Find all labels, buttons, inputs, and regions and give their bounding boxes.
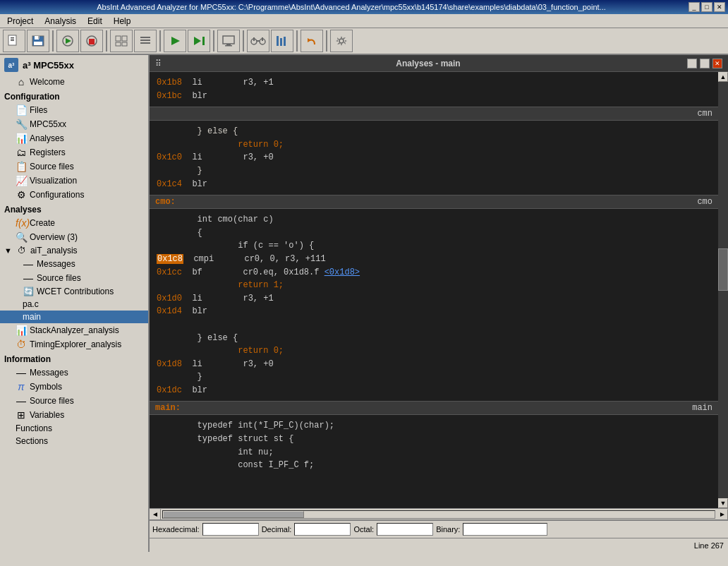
minimize-button[interactable]: _ — [688, 2, 700, 12]
toolbar-settings[interactable] — [330, 30, 353, 52]
code-cmo-body: int cmo(char c) { if (c == 'o') { 0x1c8 … — [150, 209, 718, 401]
variables-icon: ⊞ — [16, 409, 27, 421]
svg-rect-31 — [280, 38, 282, 46]
svg-rect-30 — [277, 36, 279, 46]
sidebar-timing-explorer[interactable]: ⏱ TimingExplorer_analysis — [0, 337, 148, 351]
section-header-cmo: cmo: cmo — [150, 195, 718, 209]
toolbar-undo[interactable] — [301, 30, 323, 52]
panel-minimize-btn[interactable]: _ — [687, 59, 697, 68]
sidebar-welcome[interactable]: ⌂ Welcome — [0, 75, 148, 89]
sidebar-functions[interactable]: Functions — [0, 422, 148, 435]
code-panel-body: 0x1b8 li r3, +1 0x1bc blr cmn } else { r… — [150, 72, 728, 508]
sidebar-variables[interactable]: ⊞ Variables — [0, 408, 148, 422]
sidebar-info-source-files[interactable]: — Source files — [0, 394, 148, 408]
sidebar-ait-pac[interactable]: pa.c — [0, 298, 148, 311]
decimal-field: Decimal: — [262, 523, 351, 536]
toolbar-screen[interactable] — [217, 30, 240, 52]
bin-input[interactable] — [463, 523, 547, 536]
toolbar-save[interactable] — [27, 30, 49, 52]
menu-bar: Project Analysis Edit Help — [0, 14, 728, 28]
sidebar-ait-source-files[interactable]: — Source files — [0, 271, 148, 285]
sidebar-ait-analysis[interactable]: ▼ ⏱ aiT_analysis — [0, 244, 148, 257]
sidebar-configurations[interactable]: ⚙ Configurations — [0, 188, 148, 202]
tree-expand-icon[interactable]: ▼ — [4, 246, 12, 255]
menu-analysis[interactable]: Analysis — [39, 15, 82, 28]
menu-project[interactable]: Project — [1, 15, 39, 28]
sidebar-info-messages[interactable]: — Messages — [0, 366, 148, 380]
app-header: a³ a³ MPC55xx — [0, 55, 148, 75]
sidebar-files[interactable]: 📄 Files — [0, 103, 148, 117]
hscroll-track[interactable] — [162, 510, 715, 519]
sidebar-overview[interactable]: 🔍 Overview (3) — [0, 230, 148, 244]
panel-maximize-btn[interactable]: □ — [700, 59, 710, 68]
svg-rect-29 — [262, 37, 263, 41]
info-source-icon: — — [16, 395, 27, 407]
sidebar-ait-wcet[interactable]: 🔄 WCET Contributions — [0, 285, 148, 298]
configurations-icon: ⚙ — [16, 189, 27, 200]
sidebar-symbols[interactable]: π Symbols — [0, 380, 148, 394]
sidebar-analyses[interactable]: 📊 Analyses — [0, 131, 148, 145]
svg-rect-1 — [11, 37, 14, 38]
welcome-icon: ⌂ — [16, 76, 27, 88]
toolbar-step[interactable] — [188, 30, 210, 52]
close-button[interactable]: ✕ — [714, 2, 725, 12]
scroll-thumb[interactable] — [718, 248, 728, 291]
scroll-down-button[interactable]: ▼ — [718, 498, 728, 508]
section-header-cmn: cmn — [150, 107, 718, 121]
svg-marker-9 — [66, 38, 71, 44]
toolbar-sep-4 — [213, 30, 214, 52]
hscroll-thumb[interactable] — [163, 511, 304, 518]
toolbar-new[interactable] — [3, 30, 25, 52]
sidebar-sections[interactable]: Sections — [0, 435, 148, 447]
oct-input[interactable] — [377, 523, 433, 536]
sidebar-ait-messages[interactable]: — Messages — [0, 257, 148, 271]
section-configuration: Configuration — [0, 89, 148, 103]
code-view[interactable]: 0x1b8 li r3, +1 0x1bc blr cmn } else { r… — [150, 72, 718, 508]
ait-icon: ⏱ — [16, 246, 28, 255]
panel-close-btn[interactable]: ✕ — [712, 59, 722, 68]
toolbar-stop[interactable] — [80, 30, 103, 52]
octal-field: Octal: — [353, 523, 433, 536]
sidebar-stack-analyzer[interactable]: 📊 StackAnalyzer_analysis — [0, 323, 148, 337]
svg-rect-18 — [140, 42, 150, 44]
maximize-button[interactable]: □ — [701, 2, 712, 12]
toolbar-binoculars[interactable] — [247, 30, 269, 52]
sidebar-visualization[interactable]: 📈 Visualization — [0, 174, 148, 188]
hscroll-right-button[interactable]: ► — [717, 509, 728, 520]
menu-edit[interactable]: Edit — [82, 15, 108, 28]
menu-help[interactable]: Help — [108, 15, 137, 28]
svg-marker-20 — [194, 37, 201, 45]
svg-marker-19 — [171, 37, 180, 45]
hscroll-left-button[interactable]: ◄ — [150, 509, 161, 520]
toolbar-analyze[interactable] — [271, 30, 293, 52]
overview-icon: 🔍 — [16, 231, 27, 243]
hex-input[interactable] — [202, 523, 259, 536]
panel-drag-icon: ⠿ — [155, 59, 169, 68]
dec-input[interactable] — [294, 523, 351, 536]
svg-rect-12 — [116, 36, 121, 41]
svg-rect-7 — [34, 42, 42, 45]
scroll-up-button[interactable]: ▲ — [718, 72, 728, 82]
registers-icon: 🗂 — [16, 147, 27, 158]
panel-controls: _ □ ✕ — [687, 59, 722, 68]
info-messages-icon: — — [16, 367, 27, 378]
sidebar-ait-main[interactable]: main — [0, 311, 148, 323]
toolbar-grid[interactable] — [110, 30, 133, 52]
toolbar-list[interactable] — [134, 30, 157, 52]
svg-rect-3 — [11, 40, 14, 41]
svg-rect-27 — [257, 40, 260, 42]
sidebar-source-files-config[interactable]: 📋 Source files — [0, 159, 148, 174]
toolbar-run-fast[interactable] — [56, 30, 79, 52]
svg-rect-14 — [116, 42, 121, 46]
svg-rect-16 — [140, 37, 150, 38]
status-bar: Line 267 — [150, 538, 728, 552]
svg-rect-32 — [284, 37, 286, 46]
toolbar-sep-5 — [243, 30, 244, 52]
toolbar-play[interactable] — [164, 30, 186, 52]
sidebar-registers[interactable]: 🗂 Registers — [0, 145, 148, 159]
sidebar-create[interactable]: f(x) Create — [0, 216, 148, 230]
toolbar-sep-2 — [106, 30, 107, 52]
scroll-track[interactable] — [718, 82, 728, 498]
cmo-header-label: cmo: — [155, 197, 176, 207]
sidebar-mpc55xx[interactable]: 🔧 MPC55xx — [0, 117, 148, 131]
